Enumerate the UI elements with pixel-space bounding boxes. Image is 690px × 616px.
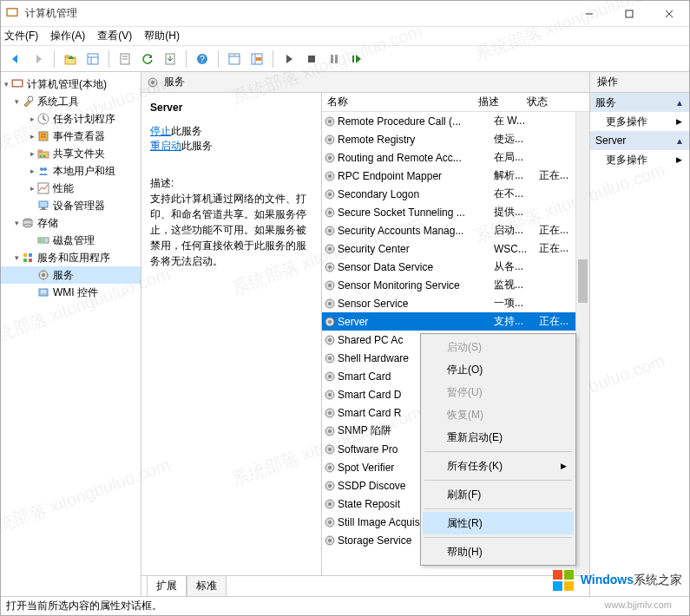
actions-group-services[interactable]: 服务 ▲ [590, 93, 689, 112]
restart-service-link[interactable]: 重启动 [150, 140, 181, 152]
tree-arrow-icon[interactable]: ▾ [1, 79, 11, 89]
service-row[interactable]: Server支持...正在... [322, 312, 589, 331]
tree-shared-folders[interactable]: 共享文件夹 [53, 147, 105, 161]
tree-root[interactable]: 计算机管理(本地) [27, 77, 107, 92]
tb-export-button[interactable] [161, 49, 180, 69]
stop-service-link[interactable]: 停止 [150, 125, 171, 137]
tb-restart-button[interactable] [347, 49, 366, 69]
tree-arrow-icon[interactable]: ▾ [11, 218, 22, 228]
tree-task-scheduler[interactable]: 任务计划程序 [53, 112, 115, 127]
tree-arrow-icon[interactable]: ▸ [27, 148, 37, 159]
svg-rect-24 [335, 55, 338, 63]
tab-standard[interactable]: 标准 [187, 575, 227, 596]
tb-pause-button[interactable] [325, 49, 344, 69]
tree-services-apps[interactable]: 服务和应用程序 [37, 251, 110, 265]
col-name[interactable]: 名称 [322, 95, 478, 109]
service-row[interactable]: Secondary Logon在不... [322, 185, 589, 203]
tb-play-button[interactable] [279, 49, 299, 69]
cm-all-tasks[interactable]: 所有任务(K)▶ [423, 455, 574, 477]
window-root: 系统部落 xitongbuluo.com 系统部落 xitongbuluo.co… [0, 0, 690, 616]
cm-pause[interactable]: 暂停(U) [423, 381, 574, 403]
tree-arrow-icon[interactable]: ▸ [27, 114, 37, 124]
tree-event-viewer[interactable]: 事件查看器 [53, 129, 105, 144]
close-button[interactable] [649, 1, 689, 27]
nav-fwd-button[interactable] [29, 49, 48, 69]
actions-more1-label: 更多操作 [606, 115, 647, 129]
menu-help[interactable]: 帮助(H) [144, 29, 180, 43]
tree-arrow-icon[interactable]: ▾ [11, 252, 22, 263]
service-row[interactable]: Sensor Data Service从各... [322, 258, 589, 276]
service-row[interactable]: RPC Endpoint Mapper解析...正在... [322, 167, 589, 185]
service-row[interactable]: Remote Procedure Call (...在 W... [322, 112, 589, 130]
tb-help-button[interactable]: ? [193, 49, 212, 69]
service-row[interactable]: Remote Registry使远... [322, 130, 589, 148]
svg-rect-50 [23, 253, 27, 257]
cm-restart[interactable]: 重新启动(E) [423, 426, 574, 449]
svg-point-68 [328, 174, 332, 178]
tb-columns1-button[interactable] [225, 49, 244, 69]
tree-performance[interactable]: 性能 [53, 181, 74, 196]
cm-resume[interactable]: 恢复(M) [423, 403, 574, 426]
minimize-button[interactable] [569, 1, 609, 27]
tree-wmi[interactable]: WMI 控件 [53, 285, 98, 300]
cm-stop[interactable]: 停止(O) [423, 358, 574, 381]
cm-refresh[interactable]: 刷新(F) [423, 483, 574, 506]
actions-more-2[interactable]: 更多操作 ▶ [590, 150, 689, 169]
tb-columns2-button[interactable] [247, 49, 266, 69]
svg-point-62 [328, 120, 332, 123]
service-row[interactable]: Security Accounts Manag...启动...正在... [322, 221, 589, 239]
svg-rect-41 [39, 201, 48, 207]
service-name: Security Accounts Manag... [338, 225, 494, 237]
maximize-button[interactable] [609, 1, 649, 27]
diskmgmt-icon [37, 234, 49, 246]
list-header: 名称 描述 状态 [322, 93, 589, 112]
collapse-icon[interactable]: ▲ [675, 98, 684, 108]
titlebar[interactable]: 计算机管理 [1, 1, 689, 27]
col-status[interactable]: 状态 [523, 95, 589, 109]
tree-disk-mgmt[interactable]: 磁盘管理 [53, 233, 95, 248]
service-row[interactable]: Sensor Service一项... [322, 294, 589, 312]
gear-icon [322, 389, 338, 401]
tree-arrow-icon[interactable]: ▸ [27, 166, 37, 176]
statusbar-text: 打开当前所选内容的属性对话框。 [6, 599, 162, 613]
tb-up-button[interactable] [61, 49, 80, 69]
tab-extended[interactable]: 扩展 [147, 575, 187, 596]
menu-view[interactable]: 查看(V) [97, 29, 132, 43]
service-row[interactable]: Secure Socket Tunneling ...提供... [322, 203, 589, 221]
tree-system-tools[interactable]: 系统工具 [37, 95, 79, 109]
cm-start[interactable]: 启动(S) [423, 336, 574, 358]
tree-arrow-icon[interactable]: ▸ [27, 131, 37, 141]
service-row[interactable]: Routing and Remote Acc...在局... [322, 148, 589, 167]
menu-file[interactable]: 文件(F) [4, 29, 38, 43]
tree-services[interactable]: 服务 [53, 268, 74, 283]
collapse-icon[interactable]: ▲ [675, 136, 684, 146]
service-name: Remote Registry [338, 134, 494, 146]
cm-separator [424, 537, 572, 538]
service-row[interactable]: Sensor Monitoring Service监视... [322, 276, 589, 294]
vertical-scrollbar[interactable] [575, 112, 589, 575]
tree-arrow-icon[interactable]: ▾ [11, 96, 22, 107]
tb-refresh-button[interactable] [138, 49, 157, 69]
tree-storage[interactable]: 存储 [37, 216, 58, 231]
col-desc[interactable]: 描述 [478, 95, 523, 109]
tb-stop-button[interactable] [302, 49, 321, 69]
nav-back-button[interactable] [6, 49, 25, 69]
scrollbar-thumb[interactable] [578, 259, 588, 303]
tb-show-button[interactable] [83, 49, 102, 69]
cm-properties[interactable]: 属性(R) [423, 512, 574, 534]
cm-help[interactable]: 帮助(H) [423, 541, 574, 563]
gear-icon [322, 498, 338, 510]
gear-icon [322, 298, 338, 310]
actions-group-server[interactable]: Server ▲ [590, 131, 689, 150]
svg-rect-3 [626, 10, 633, 17]
gear-icon [322, 352, 338, 364]
menu-action[interactable]: 操作(A) [50, 29, 85, 43]
tb-properties-button[interactable] [115, 49, 135, 69]
tree-arrow-icon[interactable]: ▸ [27, 183, 37, 193]
tree-local-users[interactable]: 本地用户和组 [53, 164, 115, 179]
service-row[interactable]: Security CenterWSC...正在... [322, 239, 589, 258]
tree-device-mgr[interactable]: 设备管理器 [53, 199, 105, 213]
watermark-text: WindowsWindows系统之家系统之家 [581, 573, 682, 588]
actions-more-1[interactable]: 更多操作 ▶ [590, 112, 689, 131]
tree-pane[interactable]: ▾计算机管理(本地) ▾系统工具 ▸任务计划程序 ▸事件查看器 ▸共享文件夹 ▸… [1, 72, 141, 596]
